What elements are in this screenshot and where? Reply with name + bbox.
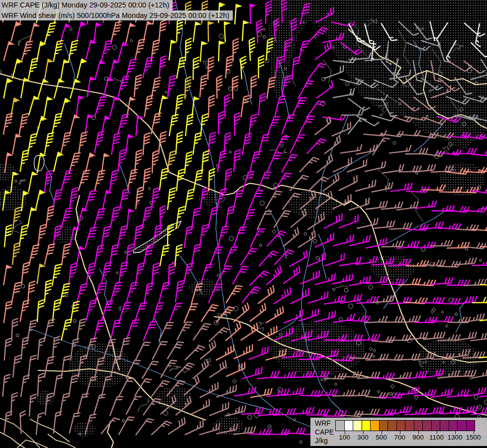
weather-map xyxy=(0,0,487,448)
weather-map-screenshot: WRF CAPE (J/kg) Monday 29-09-2025 00:00 … xyxy=(0,0,487,448)
legend-color-scale xyxy=(335,420,475,431)
cape-stipple-region xyxy=(74,422,96,437)
legend-tick-label: 1100 xyxy=(429,434,444,441)
legend-panel: WRF CAPE J/kg 10030050070090011001300150… xyxy=(310,418,487,446)
legend-tick-label: 500 xyxy=(376,434,387,441)
legend-label-cape: CAPE xyxy=(315,428,334,437)
legend-swatch-8 xyxy=(405,420,414,431)
legend-swatch-4 xyxy=(370,420,380,431)
legend-tick-label: 700 xyxy=(394,434,405,441)
legend-swatch-0 xyxy=(335,420,345,431)
legend-swatch-3 xyxy=(362,420,371,431)
legend-swatch-12 xyxy=(440,420,449,431)
legend-swatch-14 xyxy=(457,420,467,431)
legend-tick-label: 900 xyxy=(412,434,424,441)
legend-swatch-5 xyxy=(379,420,389,431)
legend-tick-label: 300 xyxy=(357,434,369,441)
legend-swatch-1 xyxy=(344,420,354,431)
legend-label-block: WRF CAPE J/kg xyxy=(315,419,334,446)
legend-swatch-13 xyxy=(449,420,458,431)
cape-stipple-region xyxy=(271,321,366,376)
legend-swatch-11 xyxy=(431,420,441,431)
legend-swatch-9 xyxy=(414,420,423,431)
legend-swatch-2 xyxy=(353,420,362,431)
legend-swatch-6 xyxy=(388,420,397,431)
legend-swatch-15 xyxy=(466,420,476,431)
title-line-shear: WRF Wind shear (m/s) 500/1000hPa Monday … xyxy=(0,10,233,21)
legend-tick-label: 1500 xyxy=(466,434,481,441)
cape-stipple-region xyxy=(289,190,338,218)
map-title-overlay: WRF CAPE (J/kg) Monday 29-09-2025 00:00 … xyxy=(0,0,233,20)
cape-stipple-region xyxy=(214,417,244,435)
legend-tick-label: 1300 xyxy=(447,434,462,441)
title-line-cape: WRF CAPE (J/kg) Monday 29-09-2025 00:00 … xyxy=(0,0,173,10)
legend-label-wrf: WRF xyxy=(315,419,334,428)
legend-tick-label: 100 xyxy=(339,434,350,441)
legend-label-unit: J/kg xyxy=(315,437,334,446)
legend-swatch-7 xyxy=(396,420,406,431)
legend-swatch-10 xyxy=(422,420,432,431)
